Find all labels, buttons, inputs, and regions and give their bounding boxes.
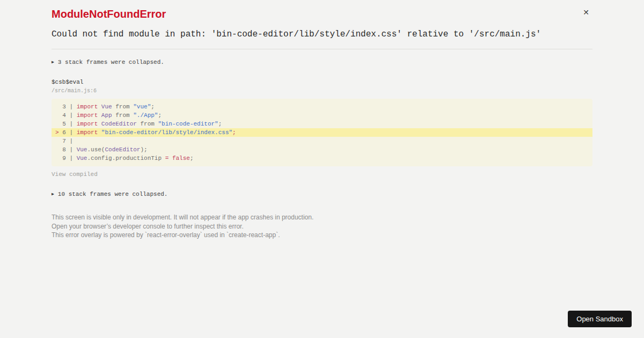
code-token: false — [172, 155, 190, 161]
code-token: ; — [158, 112, 162, 119]
code-token: import — [77, 121, 98, 127]
code-token: Vue — [101, 104, 112, 110]
stack-frame: $csb$eval /src/main.js:6 3 | import Vue … — [52, 78, 592, 178]
code-line-error: > 6 | import "bin-code-editor/lib/style/… — [52, 128, 592, 137]
code-token: from — [137, 121, 158, 127]
code-token — [98, 112, 101, 119]
code-token: Vue — [77, 155, 87, 161]
code-token: App — [101, 112, 112, 119]
code-gutter: 9 | — [55, 155, 77, 161]
code-token — [169, 155, 172, 161]
error-overlay: ModuleNotFoundError ✕ Could not find mod… — [52, 0, 592, 240]
code-token: "bin-code-editor/lib/style/index.css" — [101, 129, 232, 136]
stack-collapse-toggle-bottom[interactable]: ▶10 stack frames were collapsed. — [52, 190, 592, 199]
code-line: 9 | Vue.config.productionTip = false; — [52, 154, 592, 163]
code-token: "vue" — [133, 104, 151, 110]
overlay-footer: This screen is visible only in developme… — [52, 213, 592, 240]
code-line: 3 | import Vue from "vue"; — [52, 102, 592, 111]
code-token: "./App" — [133, 112, 158, 119]
code-gutter: 7 | — [55, 138, 77, 144]
code-frame: 3 | import Vue from "vue"; 4 | import Ap… — [52, 99, 592, 166]
code-token: from — [112, 104, 134, 110]
code-token: .use( — [87, 146, 105, 153]
divider — [52, 49, 592, 49]
footer-note: This error overlay is powered by `react-… — [52, 231, 592, 240]
frame-function-name: $csb$eval — [52, 78, 592, 86]
code-gutter: > 6 | — [55, 129, 77, 136]
view-compiled-link[interactable]: View compiled — [52, 171, 98, 178]
footer-note: This screen is visible only in developme… — [52, 213, 592, 222]
open-sandbox-button[interactable]: Open Sandbox — [568, 311, 632, 327]
code-gutter: 3 | — [55, 104, 77, 110]
code-token: ; — [232, 129, 236, 136]
code-token: from — [112, 112, 134, 119]
code-token — [98, 121, 101, 127]
code-token: .config.productionTip — [87, 155, 165, 161]
error-message: Could not find module in path: 'bin-code… — [52, 29, 592, 40]
collapse-arrow-icon: ▶ — [52, 190, 54, 198]
code-token: CodeEditor — [101, 121, 137, 127]
stack-collapse-toggle-top[interactable]: ▶3 stack frames were collapsed. — [52, 58, 592, 67]
code-line: 8 | Vue.use(CodeEditor); — [52, 145, 592, 154]
code-token — [98, 104, 101, 110]
collapse-arrow-icon: ▶ — [52, 58, 54, 66]
code-token: ); — [140, 146, 147, 153]
code-gutter: 8 | — [55, 146, 77, 153]
code-token: import — [77, 112, 98, 119]
collapsed-frames-label: 3 stack frames were collapsed. — [58, 59, 164, 65]
code-token — [98, 129, 101, 136]
code-token: CodeEditor — [105, 146, 140, 153]
code-line: 5 | import CodeEditor from "bin-code-edi… — [52, 120, 592, 128]
code-token: "bin-code-editor" — [158, 121, 218, 127]
frame-file-location: /src/main.js:6 — [52, 87, 592, 94]
code-token: Vue — [77, 146, 87, 153]
code-line: 7 | — [52, 137, 592, 145]
code-token: ; — [190, 155, 194, 161]
code-token: ; — [151, 104, 155, 110]
error-title: ModuleNotFoundError — [52, 8, 592, 20]
close-icon: ✕ — [583, 8, 589, 17]
footer-note: Open your browser’s developer console to… — [52, 222, 592, 231]
collapsed-frames-label: 10 stack frames were collapsed. — [58, 191, 168, 197]
code-token: import — [77, 104, 98, 110]
code-gutter: 4 | — [55, 112, 77, 119]
code-token: ; — [218, 121, 222, 127]
error-marker: > — [55, 129, 59, 136]
code-line: 4 | import App from "./App"; — [52, 111, 592, 120]
code-gutter: 5 | — [55, 121, 77, 127]
close-button[interactable]: ✕ — [581, 8, 591, 17]
code-token: import — [77, 129, 98, 136]
